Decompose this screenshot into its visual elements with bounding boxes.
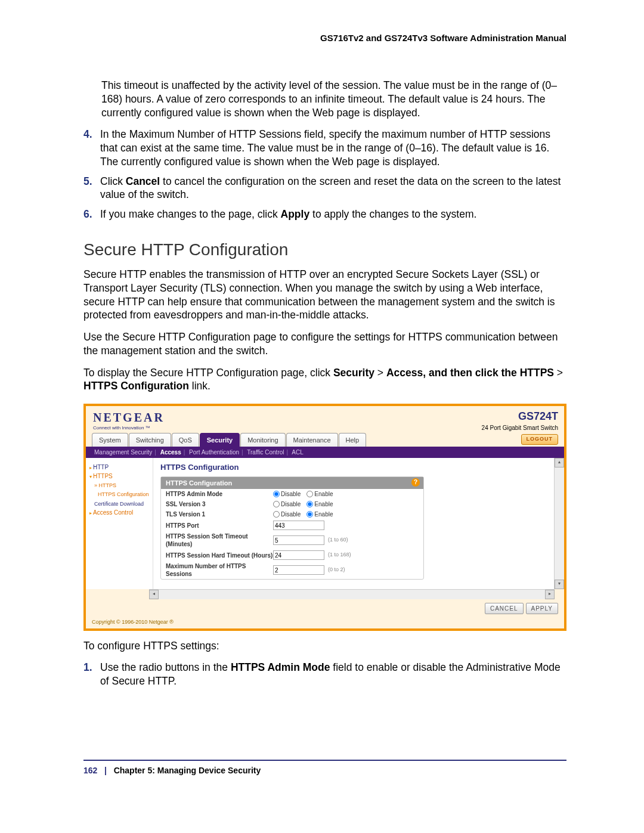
radio-tls1-enable[interactable]: Enable (306, 510, 333, 518)
page-number: 162 (83, 766, 97, 775)
subnav-bar: Management Security| Access| Port Authen… (86, 447, 564, 458)
embedded-ui-screenshot: NETGEAR Connect with Innovation ™ GS724T… (83, 404, 566, 630)
after-step-text-1: Use the radio buttons in the HTTPS Admin… (100, 661, 566, 688)
sidebar-cert-download[interactable]: Certificate Download (94, 501, 144, 507)
section-p2: Use the Secure HTTP Configuration page t… (83, 330, 566, 358)
sidebar-https-config[interactable]: » HTTPS (94, 482, 116, 488)
label-https-port: HTTPS Port (166, 522, 273, 529)
after1-bold: HTTPS Admin Mode (231, 661, 330, 673)
subnav-acl[interactable]: ACL (292, 449, 303, 456)
cancel-bold: Cancel (126, 175, 160, 187)
step-text-6: If you make changes to the page, click A… (100, 208, 566, 221)
caret-icon: ▸ (89, 510, 92, 516)
step-number-4: 4. (83, 128, 100, 168)
tab-monitoring[interactable]: Monitoring (240, 433, 285, 447)
tab-switching[interactable]: Switching (129, 433, 171, 447)
panel-title-text: HTTPS Configuration (166, 479, 232, 487)
caret-icon: ▾ (89, 474, 92, 479)
manual-title: GS716Tv2 and GS724Tv3 Software Administr… (83, 33, 566, 43)
step6-suffix: to apply the changes to the system. (309, 208, 476, 220)
subnav-port-auth[interactable]: Port Authentication (189, 449, 239, 456)
horizontal-scrollbar[interactable]: ◂ ▸ (149, 589, 555, 599)
content-title: HTTPS Configuration (160, 463, 547, 473)
label-max-sessions: Maximum Number of HTTPS Sessions (166, 562, 273, 578)
opt-enable: Enable (314, 500, 333, 508)
chapter-label: Chapter 5: Managing Device Security (114, 766, 261, 775)
sidebar-access-control[interactable]: Access Control (93, 509, 133, 516)
step5-prefix: Click (100, 175, 126, 187)
p3-prefix: To display the Secure HTTP Configuration… (83, 367, 333, 379)
tab-qos[interactable]: QoS (172, 433, 199, 447)
netgear-logo: NETGEAR (93, 410, 165, 425)
scroll-right-icon[interactable]: ▸ (545, 590, 555, 599)
after-p1: To configure HTTPS settings: (83, 639, 566, 653)
section-p3: To display the Secure HTTP Configuration… (83, 366, 566, 394)
sidebar-https[interactable]: HTTPS (93, 473, 113, 479)
step-text-4: In the Maximum Number of HTTP Sessions f… (100, 128, 566, 168)
vertical-scrollbar[interactable]: ▴ ▾ (554, 458, 564, 589)
section-heading: Secure HTTP Configuration (83, 239, 566, 261)
sidebar-http[interactable]: HTTP (93, 464, 109, 470)
hint-soft: (1 to 60) (328, 537, 348, 544)
scroll-down-icon[interactable]: ▾ (555, 580, 564, 589)
tab-system[interactable]: System (92, 433, 128, 447)
radio-admin-disable[interactable]: Disable (273, 490, 301, 498)
copyright-text: Copyright © 1996-2010 Netgear ® (86, 618, 564, 628)
model-number: GS724T (482, 410, 558, 423)
scroll-left-icon[interactable]: ◂ (149, 590, 159, 599)
page-footer: 162 | Chapter 5: Managing Device Securit… (83, 760, 566, 775)
subnav-traffic-control[interactable]: Traffic Control (247, 449, 284, 456)
p3-gt2: > (554, 367, 563, 379)
p3-suffix: link. (189, 380, 210, 392)
radio-ssl3-disable[interactable]: Disable (273, 500, 301, 508)
p3-access: Access, and then click the HTTPS (386, 367, 554, 379)
after1-prefix: Use the radio buttons in the (100, 661, 231, 673)
label-soft-timeout: HTTPS Session Soft Timeout (Minutes) (166, 532, 273, 548)
radio-tls1-disable[interactable]: Disable (273, 510, 301, 518)
label-ssl3: SSL Version 3 (166, 500, 273, 508)
panel-header: HTTPS Configuration ? (161, 477, 423, 489)
section-p1: Secure HTTP enables the transmission of … (83, 268, 566, 322)
p3-httpsconf: HTTPS Configuration (83, 380, 189, 392)
input-hard-timeout[interactable] (273, 550, 324, 560)
opt-enable: Enable (314, 510, 333, 518)
tab-security[interactable]: Security (200, 433, 240, 447)
sidebar-https-config-sub[interactable]: HTTPS Configuration (98, 491, 149, 497)
model-description: 24 Port Gigabit Smart Switch (482, 424, 558, 432)
after-step-number-1: 1. (83, 661, 100, 688)
input-https-port[interactable] (273, 521, 324, 530)
footer-sep: | (104, 766, 107, 775)
opt-enable: Enable (314, 490, 333, 498)
radio-admin-enable[interactable]: Enable (306, 490, 333, 498)
tab-help[interactable]: Help (339, 433, 367, 447)
apply-button[interactable]: APPLY (526, 603, 559, 614)
https-config-panel: HTTPS Configuration ? HTTPS Admin Mode D… (160, 476, 424, 580)
input-soft-timeout[interactable] (273, 535, 324, 545)
radio-ssl3-enable[interactable]: Enable (306, 500, 333, 508)
cancel-button[interactable]: CANCEL (485, 603, 524, 614)
label-hard-timeout: HTTPS Session Hard Timeout (Hours) (166, 552, 273, 559)
opt-disable: Disable (281, 490, 301, 498)
label-tls1: TLS Version 1 (166, 510, 273, 518)
step5-suffix: to cancel the configuration on the scree… (100, 175, 561, 201)
intro-paragraph: This timeout is unaffected by the activi… (101, 79, 566, 119)
caret-icon: ▸ (89, 465, 92, 470)
p3-gt1: > (374, 367, 386, 379)
label-admin-mode: HTTPS Admin Mode (166, 490, 273, 498)
help-icon[interactable]: ? (411, 478, 420, 487)
p3-security: Security (333, 367, 374, 379)
step-number-6: 6. (83, 208, 100, 221)
tab-maintenance[interactable]: Maintenance (286, 433, 338, 447)
input-max-sessions[interactable] (273, 565, 324, 575)
subnav-mgmt-security[interactable]: Management Security (94, 449, 152, 456)
logout-button[interactable]: LOGOUT (521, 434, 559, 445)
sidebar-nav: ▸HTTP ▾HTTPS » HTTPS HTTPS Configuration… (86, 458, 153, 589)
hint-hard: (1 to 168) (328, 552, 351, 559)
step-text-5: Click Cancel to cancel the configuration… (100, 175, 566, 202)
hint-max: (0 to 2) (328, 566, 345, 574)
step6-prefix: If you make changes to the page, click (100, 208, 281, 220)
opt-disable: Disable (281, 510, 301, 518)
subnav-access[interactable]: Access (160, 449, 181, 456)
netgear-tagline: Connect with Innovation ™ (93, 425, 165, 431)
scroll-up-icon[interactable]: ▴ (555, 458, 564, 467)
